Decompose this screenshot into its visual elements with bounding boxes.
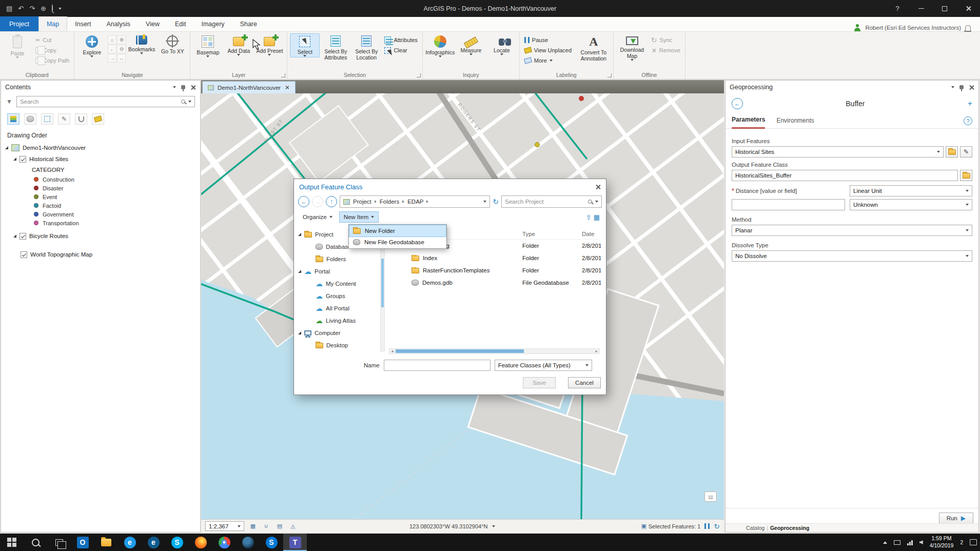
go-to-xy-button[interactable]: Go To XY [158,33,187,54]
cancel-button[interactable]: Cancel [568,377,601,388]
contents-pin-icon[interactable] [181,85,185,89]
close-view-icon[interactable] [285,85,289,89]
columns-options-icon[interactable]: ▦ [594,213,600,221]
previous-extent-icon[interactable]: ← [108,45,116,53]
filter-icon[interactable]: ▼ [6,98,12,105]
full-extent-icon[interactable]: ⌂ [108,35,116,44]
paste-button[interactable]: Paste [3,33,32,58]
dialog-close-icon[interactable] [595,184,601,190]
browse-output-button[interactable] [960,170,972,181]
browse-input-button[interactable] [946,146,958,158]
undo-icon[interactable]: ↶ [18,5,24,12]
pan-icon[interactable]: ↔ [117,54,126,63]
layer-item-world-topographic[interactable]: World Topographic Map [1,249,200,260]
refresh-map-icon[interactable]: ↻ [714,522,720,530]
map-scale-combo[interactable]: 1:2,367 [205,521,244,531]
search-caret-icon[interactable] [595,201,598,203]
pause-labeling-button[interactable]: Pause [522,35,576,45]
select-by-attributes-button[interactable]: Select By Attributes [321,33,350,61]
column-date[interactable]: Date [582,231,601,237]
topographic-checkbox[interactable] [21,251,27,258]
tree-item-computer[interactable]: Computer [298,327,379,339]
name-input[interactable] [387,362,487,368]
map-overlay-button[interactable]: ▤ [704,491,717,502]
tab-geoprocessing[interactable]: Geoprocessing [770,525,809,531]
touch-keyboard-icon[interactable] [894,540,900,545]
contents-close-icon[interactable] [190,85,196,90]
add-features-button[interactable]: ✎ [960,146,972,158]
historical-sites-checkbox[interactable] [19,156,26,163]
expander-icon[interactable] [5,146,8,149]
dialog-search-field[interactable] [501,195,602,208]
tree-item-my-content[interactable]: ☁My Content [298,278,379,290]
convert-to-annotation-button[interactable]: A Convert To Annotation [577,33,611,62]
taskbar-app-internet-explorer[interactable]: e [118,534,142,551]
tree-item-desktop[interactable]: Desktop [298,339,379,351]
download-map-button[interactable]: Download Map [616,33,648,61]
tab-share[interactable]: Share [232,16,265,31]
name-field[interactable] [384,360,491,371]
breadcrumb-edap[interactable]: EDAP [407,199,423,205]
taskbar-app-firefox[interactable] [189,534,212,551]
file-row[interactable]: RasterFunctionTemplates Folder 2/8/2019 [389,264,601,277]
tab-environments[interactable]: Environments [776,117,814,128]
add-data-button[interactable]: Add Data [224,33,253,56]
contents-search-input[interactable] [20,99,178,105]
tab-edit[interactable]: Edit [167,16,194,31]
expander-icon[interactable] [13,158,16,161]
save-icon[interactable]: ▤ [6,5,12,12]
gp-menu-caret-icon[interactable] [951,86,954,88]
attributes-button[interactable]: Attributes [382,35,419,45]
list-by-selection-tab[interactable] [41,113,53,125]
taskbar-app-skype-business[interactable]: S [260,534,283,551]
map-point-red[interactable] [579,96,584,101]
notifications-bell-icon[interactable] [965,25,971,31]
taskbar-search-button[interactable] [24,534,47,551]
contents-menu-caret-icon[interactable] [173,86,176,88]
bookmarks-button[interactable]: Bookmarks [127,33,156,54]
selection-dialog-launcher-icon[interactable] [417,73,421,77]
tab-view[interactable]: View [138,16,167,31]
redo-icon[interactable]: ↷ [29,5,35,12]
gp-close-icon[interactable] [969,85,974,90]
tree-item-living-atlas[interactable]: ☁Living Atlas [298,314,379,327]
tab-project[interactable]: Project [0,16,38,31]
select-button[interactable]: Select [290,33,320,57]
input-features-combo[interactable]: Historical Sites [732,146,944,158]
explore-button[interactable]: Explore [77,33,107,57]
distance-value-input[interactable] [735,202,841,208]
tree-item-all-portal[interactable]: ☁All Portal [298,302,379,314]
task-view-button[interactable] [47,534,71,551]
file-row[interactable]: Demos.gdb File Geodatabase 2/8/2019 [389,277,601,289]
column-type[interactable]: Type [522,231,582,237]
list-by-editing-tab[interactable]: ✎ [58,113,70,125]
view-unplaced-button[interactable]: View Unplaced [522,45,576,55]
action-center-icon[interactable] [970,539,977,545]
remove-button[interactable]: Remove [649,45,682,55]
bicycle-routes-checkbox[interactable] [19,233,26,240]
coordinate-system-icon[interactable]: ◬ [288,522,298,531]
layer-item-bicycle-routes[interactable]: Bicycle Routes [1,230,200,242]
refresh-icon[interactable]: ↻ [493,198,499,206]
map-coordinates[interactable]: 123.0802303°W 49.3102904°N [409,523,488,529]
import-icon[interactable]: ⇧ [586,213,592,221]
breadcrumb-folders[interactable]: Folders [380,199,399,205]
explore-icon[interactable]: ⊕ [41,5,46,12]
tab-parameters[interactable]: Parameters [732,116,765,129]
list-horizontal-scrollbar[interactable]: ◂ ▸ [389,348,600,354]
dialog-back-button[interactable]: ← [298,196,309,207]
tab-analysis[interactable]: Analysis [99,16,139,31]
gp-back-button[interactable]: ← [732,98,743,109]
menu-item-new-folder[interactable]: New Folder [349,225,446,237]
expander-icon[interactable] [13,234,16,238]
taskbar-app-teams[interactable]: T [283,534,307,551]
taskbar-clock[interactable]: 1:59 PM 4/10/2019 [930,535,954,549]
distance-unit-combo[interactable]: Unknown [850,199,972,210]
taskbar-app-skype[interactable]: S [165,534,189,551]
file-row[interactable]: Index Folder 2/8/2019 [389,252,601,264]
copy-button[interactable]: Copy [33,45,71,55]
pause-drawing-icon[interactable] [704,523,710,529]
fixed-zoom-in-icon[interactable]: ⊕ [117,35,126,44]
selection-grid-icon[interactable]: ▦ [248,522,258,531]
list-by-data-source-tab[interactable] [24,113,36,125]
